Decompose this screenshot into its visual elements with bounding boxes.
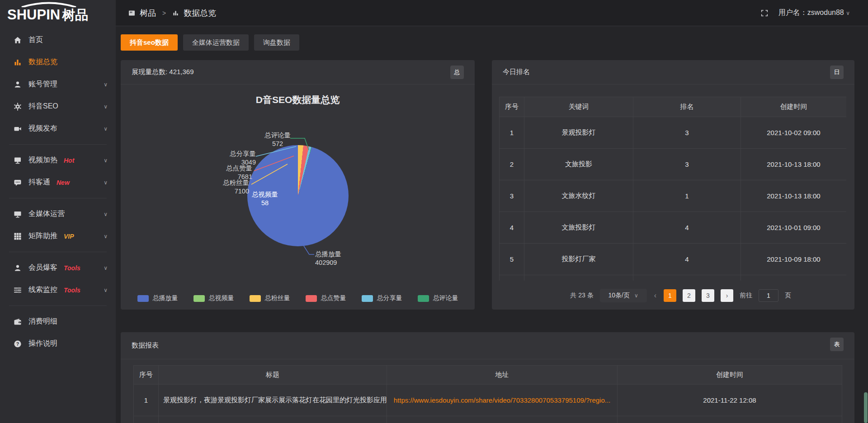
sidebar-item-video-heat[interactable]: 视频加热 Hot ∨ [0, 149, 116, 171]
col-created: 创建时间 [741, 97, 847, 117]
scrollbar-thumb[interactable] [864, 392, 868, 423]
sidebar-item-douyin-seo[interactable]: 抖音SEO ∨ [0, 95, 116, 118]
chat-icon [14, 179, 22, 187]
sidebar-item-label: 视频加热 [28, 155, 57, 165]
legend-item-videos[interactable]: 总视频量 [193, 294, 234, 302]
breadcrumb-item-current: 数据总览 [184, 8, 216, 19]
chevron-down-icon: ∨ [104, 233, 108, 240]
sidebar-item-spend-detail[interactable]: 消费明细 [0, 310, 116, 333]
sidebar-item-label: 会员爆客 [28, 263, 57, 273]
tab-inquiry-data[interactable]: 询盘数据 [254, 34, 299, 51]
sidebar-item-label: 账号管理 [28, 80, 57, 89]
page-size-select[interactable]: 10条/页 ∨ [600, 289, 647, 302]
legend-item-comments[interactable]: 总评论量 [418, 294, 458, 302]
legend-swatch [418, 295, 429, 302]
legend-item-shares[interactable]: 总分享量 [362, 294, 402, 302]
col-keyword: 关键词 [524, 97, 633, 117]
report-card: 数据报表 表 序号 标题 地址 创建时间 1 景观投影灯，夜游景观投影灯厂 [121, 332, 854, 423]
legend-swatch [306, 295, 317, 302]
monitor-icon [14, 210, 22, 218]
table-row-clipped [134, 416, 842, 423]
sidebar-item-label: 消费明细 [28, 317, 57, 326]
sidebar-item-label: 线索监控 [28, 285, 57, 295]
day-view-button[interactable]: 日 [830, 66, 844, 79]
report-table-wrap: 序号 标题 地址 创建时间 1 景观投影灯，夜游景观投影灯厂家展示展示落花灯在花… [133, 365, 842, 423]
sidebar-item-data-overview[interactable]: 数据总览 [0, 51, 116, 73]
user-menu[interactable]: 用户名：zswodun88 ∨ [778, 8, 850, 18]
video-camera-icon [14, 125, 22, 133]
page-button-3[interactable]: 3 [702, 289, 714, 302]
sidebar-divider [9, 198, 107, 198]
sidebar-item-account[interactable]: 账号管理 ∨ [0, 73, 116, 95]
tools-badge: Tools [64, 264, 80, 272]
goto-page-input[interactable] [759, 289, 778, 302]
table-view-button[interactable]: 表 [830, 338, 844, 351]
chevron-down-icon: ∨ [846, 10, 850, 16]
pagination: 共 23 条 10条/页 ∨ ‹ 1 2 3 › 前往 页 [570, 289, 791, 302]
bar-chart-icon [14, 58, 22, 66]
sidebar-item-doukereach[interactable]: 抖客通 New ∨ [0, 171, 116, 193]
svg-text:?: ? [16, 341, 19, 346]
prev-page-icon[interactable]: ‹ [653, 291, 657, 300]
home-icon [14, 36, 22, 44]
hot-badge: Hot [64, 157, 74, 164]
app-square-icon [128, 10, 135, 16]
chevron-down-icon: ∨ [104, 126, 108, 132]
question-circle-icon: ? [14, 340, 22, 348]
report-card-title: 数据报表 [132, 341, 159, 350]
table-header-row: 序号 标题 地址 创建时间 [134, 366, 842, 385]
sidebar-item-video-publish[interactable]: 视频发布 ∨ [0, 118, 116, 140]
sidebar-item-home[interactable]: 首页 [0, 29, 116, 51]
legend-swatch [362, 295, 373, 302]
sidebar-item-label: 矩阵助推 [28, 231, 57, 241]
breadcrumb-item-root[interactable]: 树品 [140, 8, 156, 19]
table-row: 1 景观投影灯，夜游景观投影灯厂家展示展示落花灯在花园里的灯光投影应用效果 # … [134, 385, 842, 416]
fullscreen-icon[interactable] [760, 9, 769, 17]
pie-label-comments: 总评论量 572 [255, 131, 300, 148]
table-row: 1景观投影灯32021-10-02 09:00 [500, 117, 847, 149]
tab-omnimedia-data[interactable]: 全媒体运营数据 [183, 34, 249, 51]
goto-label: 前往 [740, 291, 752, 300]
col-title: 标题 [159, 366, 387, 385]
report-card-header: 数据报表 [121, 332, 854, 359]
grid-icon [14, 232, 22, 240]
report-table: 序号 标题 地址 创建时间 1 景观投影灯，夜游景观投影灯厂家展示展示落花灯在花… [133, 365, 842, 423]
sidebar-item-member-leads[interactable]: 会员爆客 Tools ∨ [0, 257, 116, 279]
sidebar-divider [9, 144, 107, 145]
wallet-icon [14, 318, 22, 326]
page-button-2[interactable]: 2 [683, 289, 695, 302]
tab-douyin-seo-data[interactable]: 抖音seo数据 [121, 34, 178, 51]
legend-item-plays[interactable]: 总播放量 [137, 294, 178, 302]
goto-unit-label: 页 [785, 291, 791, 300]
pie-legend: 总播放量 总视频量 总粉丝量 总点赞量 总分享量 总评论量 [121, 294, 475, 302]
legend-swatch [250, 295, 261, 302]
legend-item-fans[interactable]: 总粉丝量 [250, 294, 290, 302]
ranking-card-title: 今日排名 [503, 68, 530, 76]
ranking-table-wrap: 序号 关键词 排名 创建时间 1景观投影灯32021-10-02 09:00 2… [499, 97, 846, 281]
sidebar-item-label: 操作说明 [28, 339, 57, 348]
main-content: 抖音seo数据 全媒体运营数据 询盘数据 展现量总数: 421,369 总 D音… [116, 26, 868, 423]
sidebar-item-matrix-boost[interactable]: 矩阵助推 VIP ∨ [0, 225, 116, 247]
gear-icon [14, 103, 22, 111]
ranking-table: 序号 关键词 排名 创建时间 1景观投影灯32021-10-02 09:00 2… [499, 97, 846, 281]
table-header-row: 序号 关键词 排名 创建时间 [500, 97, 847, 117]
chevron-down-icon: ∨ [104, 265, 108, 271]
logo-arc [20, 2, 78, 7]
sidebar-item-help[interactable]: ? 操作说明 [0, 333, 116, 355]
sidebar-item-clue-monitor[interactable]: 线索监控 Tools ∨ [0, 279, 116, 301]
next-page-button[interactable]: › [721, 289, 733, 302]
page-button-1[interactable]: 1 [664, 289, 676, 302]
legend-item-likes[interactable]: 总点赞量 [306, 294, 346, 302]
sidebar-divider [9, 252, 107, 252]
col-index: 序号 [500, 97, 524, 117]
bar-chart-icon [172, 10, 179, 16]
app-logo: SHUPIN树品 [0, 0, 116, 29]
sidebar: SHUPIN树品 首页 数据总览 账号管理 ∨ 抖音SEO ∨ 视频发布 ∨ 视… [0, 0, 116, 423]
chevron-down-icon: ∨ [104, 157, 108, 164]
topbar: 树品 > 数据总览 用户名：zswodun88 ∨ [116, 0, 868, 26]
video-url-link[interactable]: https://www.iesdouyin.com/share/video/70… [394, 396, 611, 404]
breadcrumb: 树品 > 数据总览 [128, 8, 216, 19]
sidebar-item-omnimedia[interactable]: 全媒体运营 ∨ [0, 203, 116, 225]
screen-icon [14, 156, 22, 164]
ranking-card-header: 今日排名 [492, 60, 854, 85]
